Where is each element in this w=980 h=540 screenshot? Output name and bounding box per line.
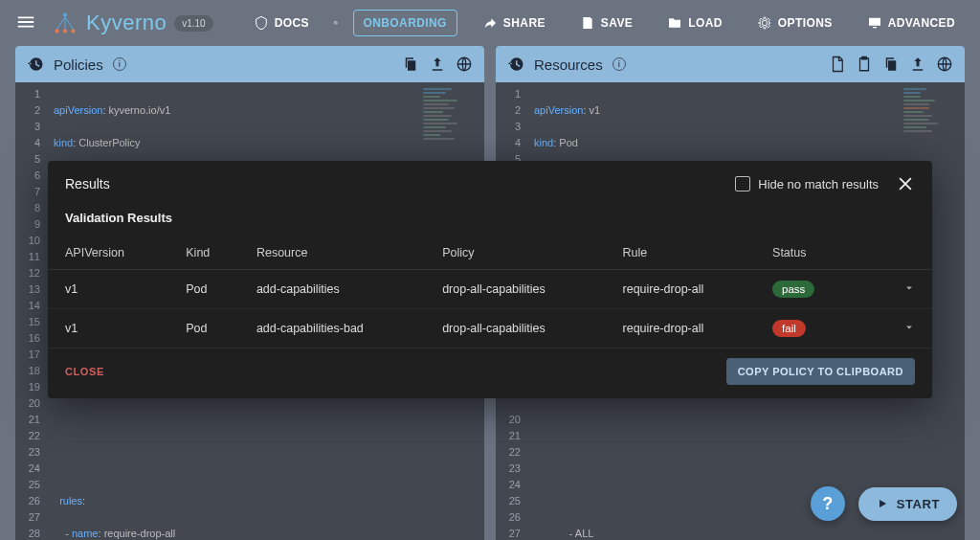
onboarding-button[interactable]: ONBOARDING bbox=[353, 10, 457, 36]
options-label: OPTIONS bbox=[778, 16, 833, 30]
new-file-icon[interactable] bbox=[829, 56, 846, 73]
results-footer: CLOSE COPY POLICY TO CLIPBOARD bbox=[48, 349, 932, 398]
policies-header: Policies i bbox=[15, 46, 484, 82]
chevron-down-icon[interactable] bbox=[903, 282, 915, 297]
svg-point-1 bbox=[56, 29, 59, 33]
history-icon[interactable] bbox=[27, 56, 44, 73]
globe-icon[interactable] bbox=[936, 56, 953, 73]
share-label: SHARE bbox=[503, 16, 546, 30]
version-chip: v1.10 bbox=[174, 15, 212, 32]
chevron-down-icon[interactable] bbox=[903, 322, 915, 336]
github-icon[interactable] bbox=[334, 13, 338, 33]
copy-icon[interactable] bbox=[402, 56, 419, 73]
table-row[interactable]: v1 Pod add-capabilities drop-all-capabil… bbox=[48, 270, 932, 309]
docs-icon bbox=[254, 15, 269, 31]
close-icon[interactable] bbox=[896, 174, 915, 193]
save-button[interactable]: SAVE bbox=[570, 10, 642, 36]
share-button[interactable]: SHARE bbox=[473, 10, 555, 36]
fab-group: ? START bbox=[811, 486, 957, 521]
history-icon[interactable] bbox=[507, 56, 524, 73]
close-button[interactable]: CLOSE bbox=[65, 366, 104, 377]
logo[interactable]: Kyverno v1.10 bbox=[52, 10, 213, 36]
advanced-label: ADVANCED bbox=[888, 16, 955, 30]
copy-policy-button[interactable]: COPY POLICY TO CLIPBOARD bbox=[726, 358, 915, 385]
docs-label: DOCS bbox=[275, 16, 309, 30]
status-badge: pass bbox=[772, 281, 814, 298]
col-kind: Kind bbox=[172, 236, 243, 270]
table-row[interactable]: v1 Pod add-capabilities-bad drop-all-cap… bbox=[48, 309, 932, 349]
load-button[interactable]: LOAD bbox=[657, 10, 732, 36]
svg-point-0 bbox=[63, 13, 67, 17]
info-icon[interactable]: i bbox=[113, 57, 126, 71]
share-icon bbox=[482, 15, 498, 31]
onboarding-label: ONBOARDING bbox=[364, 16, 447, 30]
gear-icon bbox=[757, 15, 772, 31]
results-title: Results bbox=[65, 176, 110, 191]
monitor-icon bbox=[867, 15, 882, 31]
results-subtitle: Validation Results bbox=[48, 201, 932, 236]
topbar: Kyverno v1.10 DOCS ONBOARDING SHARE SAVE… bbox=[0, 0, 980, 46]
paste-icon[interactable] bbox=[856, 56, 873, 73]
checkbox-icon[interactable] bbox=[735, 176, 750, 191]
menu-icon[interactable] bbox=[15, 11, 36, 35]
info-icon[interactable]: i bbox=[612, 57, 626, 71]
upload-icon[interactable] bbox=[909, 56, 926, 73]
load-label: LOAD bbox=[688, 16, 723, 30]
policies-title: Policies bbox=[54, 56, 103, 73]
policies-gutter: 1234567891011121314151617181920212223242… bbox=[15, 82, 48, 540]
resources-title: Resources bbox=[534, 56, 603, 73]
results-header-row: APIVersion Kind Resource Policy Rule Sta… bbox=[48, 236, 932, 270]
col-resource: Resource bbox=[243, 236, 429, 270]
save-label: SAVE bbox=[601, 16, 633, 30]
minimap[interactable] bbox=[903, 86, 961, 172]
start-button[interactable]: START bbox=[858, 487, 957, 521]
save-icon bbox=[580, 15, 595, 31]
col-apiversion: APIVersion bbox=[48, 236, 172, 270]
copy-icon[interactable] bbox=[882, 56, 900, 73]
options-button[interactable]: OPTIONS bbox=[747, 10, 842, 36]
results-header: Results Hide no match results bbox=[48, 161, 932, 201]
results-table: APIVersion Kind Resource Policy Rule Sta… bbox=[48, 236, 932, 349]
col-rule: Rule bbox=[610, 236, 760, 270]
help-button[interactable]: ? bbox=[811, 486, 845, 521]
resources-header: Resources i bbox=[496, 46, 965, 82]
hide-no-match-toggle[interactable]: Hide no match results bbox=[735, 176, 879, 191]
svg-point-2 bbox=[63, 29, 67, 33]
globe-icon[interactable] bbox=[456, 56, 473, 73]
start-label: START bbox=[897, 497, 940, 511]
advanced-button[interactable]: ADVANCED bbox=[858, 10, 965, 36]
hide-no-match-label: Hide no match results bbox=[758, 177, 879, 191]
kyverno-logo-icon bbox=[52, 10, 78, 36]
minimap[interactable] bbox=[423, 86, 480, 172]
svg-point-3 bbox=[71, 29, 75, 33]
folder-icon bbox=[667, 15, 682, 31]
status-badge: fail bbox=[772, 320, 806, 337]
docs-button[interactable]: DOCS bbox=[244, 10, 319, 36]
col-status: Status bbox=[759, 236, 855, 270]
play-icon bbox=[876, 497, 889, 510]
results-modal: Results Hide no match results Validation… bbox=[48, 161, 932, 398]
upload-icon[interactable] bbox=[429, 56, 446, 73]
col-policy: Policy bbox=[429, 236, 609, 270]
brand-name: Kyverno bbox=[86, 11, 167, 35]
